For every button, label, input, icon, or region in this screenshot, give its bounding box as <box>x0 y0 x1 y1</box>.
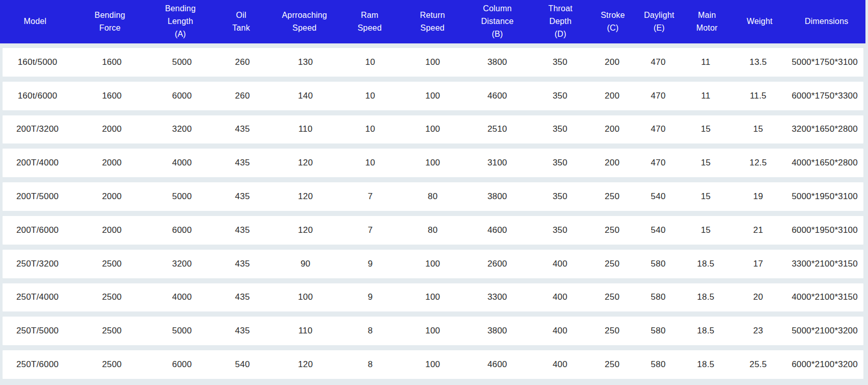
column-header: Ram Speed <box>338 9 402 35</box>
table-cell: 540 <box>213 359 272 370</box>
table-cell: 4600 <box>464 225 531 235</box>
table-cell: 100 <box>402 91 464 101</box>
table-cell: 435 <box>213 326 272 336</box>
table-cell: 4600 <box>464 91 531 101</box>
table-cell: 21 <box>730 225 786 235</box>
table-cell: 435 <box>213 191 272 202</box>
model-cell: 250T/5000 <box>3 326 72 336</box>
table-cell: 400 <box>531 292 589 302</box>
table-cell: 90 <box>272 259 339 269</box>
table-cell: 2000 <box>72 225 152 235</box>
model-cell: 160t/6000 <box>3 91 72 101</box>
table-cell: 580 <box>635 326 681 336</box>
table-cell: 350 <box>531 91 589 101</box>
table-row: 160t/60001600600026014010100460035020047… <box>3 82 863 110</box>
table-cell: 100 <box>272 292 339 302</box>
table-cell: 9 <box>339 292 402 302</box>
table-cell: 250 <box>589 191 635 202</box>
table-cell: 7 <box>339 191 402 202</box>
table-cell: 110 <box>272 326 339 336</box>
table-cell: 130 <box>272 57 339 67</box>
table-cell: 140 <box>272 91 339 101</box>
table-cell: 7 <box>339 225 402 235</box>
table-row: 200T/50002000500043512078038003502505401… <box>3 182 863 211</box>
table-cell: 8 <box>339 359 402 370</box>
table-cell: 18.5 <box>681 326 730 336</box>
table-cell: 6000*2100*3200 <box>786 359 863 370</box>
table-cell: 250 <box>589 292 635 302</box>
table-cell: 470 <box>635 57 681 67</box>
table-cell: 18.5 <box>681 259 730 269</box>
table-cell: 580 <box>635 259 681 269</box>
table-cell: 17 <box>730 259 786 269</box>
table-row: 250T/32002500320043590910026004002505801… <box>3 250 863 278</box>
table-cell: 6000 <box>152 91 213 101</box>
column-header: Bending Length (A) <box>150 3 211 40</box>
table-cell: 11 <box>681 91 730 101</box>
table-cell: 5000 <box>152 57 213 67</box>
table-cell: 350 <box>531 158 589 168</box>
table-row: 250T/40002500400043510091003300400250580… <box>3 283 863 312</box>
table-cell: 11.5 <box>730 91 786 101</box>
table-row: 250T/50002500500043511081003800400250580… <box>3 317 863 345</box>
table-cell: 4000 <box>152 292 213 302</box>
table-cell: 4000 <box>152 158 213 168</box>
table-cell: 5000*1750*3100 <box>786 57 863 67</box>
table-cell: 250 <box>589 225 635 235</box>
table-cell: 10 <box>339 57 402 67</box>
table-cell: 260 <box>213 91 272 101</box>
table-cell: 435 <box>213 292 272 302</box>
table-cell: 23 <box>730 326 786 336</box>
table-cell: 3200 <box>152 259 213 269</box>
table-cell: 15 <box>681 225 730 235</box>
table-cell: 200 <box>589 57 635 67</box>
column-header: Main Motor <box>682 9 732 35</box>
table-cell: 3300 <box>464 292 531 302</box>
column-header: Aprroaching Speed <box>271 9 338 35</box>
table-cell: 3300*2100*3150 <box>786 259 863 269</box>
table-cell: 470 <box>635 124 681 134</box>
column-header: Throat Depth (D) <box>531 3 590 40</box>
table-cell: 400 <box>531 259 589 269</box>
table-cell: 120 <box>272 225 339 235</box>
table-cell: 3200*1650*2800 <box>786 124 863 134</box>
table-cell: 11 <box>681 57 730 67</box>
table-cell: 15 <box>681 191 730 202</box>
table-cell: 5000*2100*3200 <box>786 326 863 336</box>
table-body: 160t/50001600500026013010100380035020047… <box>0 43 868 385</box>
table-cell: 350 <box>531 225 589 235</box>
table-cell: 100 <box>402 292 464 302</box>
table-cell: 100 <box>402 326 464 336</box>
table-cell: 2500 <box>72 359 152 370</box>
table-cell: 120 <box>272 158 339 168</box>
table-cell: 100 <box>402 124 464 134</box>
table-cell: 2000 <box>72 158 152 168</box>
table-cell: 5000*1950*3100 <box>786 191 863 202</box>
table-cell: 470 <box>635 158 681 168</box>
spec-table: ModelBending ForceBending Length (A)Oil … <box>0 0 868 385</box>
table-cell: 200 <box>589 91 635 101</box>
table-header-row: ModelBending ForceBending Length (A)Oil … <box>0 0 865 43</box>
table-cell: 12.5 <box>730 158 786 168</box>
table-cell: 110 <box>272 124 339 134</box>
column-header: Model <box>0 15 70 28</box>
table-cell: 200 <box>589 124 635 134</box>
table-cell: 19 <box>730 191 786 202</box>
table-cell: 350 <box>531 191 589 202</box>
table-cell: 470 <box>635 91 681 101</box>
table-cell: 540 <box>635 191 681 202</box>
table-cell: 120 <box>272 191 339 202</box>
table-cell: 10 <box>339 124 402 134</box>
table-cell: 20 <box>730 292 786 302</box>
table-cell: 350 <box>531 124 589 134</box>
model-cell: 200T/4000 <box>3 158 72 168</box>
table-row: 200T/60002000600043512078046003502505401… <box>3 216 863 245</box>
column-header: Oil Tank <box>211 9 271 35</box>
table-cell: 8 <box>339 326 402 336</box>
table-cell: 10 <box>339 91 402 101</box>
table-cell: 100 <box>402 57 464 67</box>
table-cell: 3200 <box>152 124 213 134</box>
table-cell: 250 <box>589 359 635 370</box>
table-cell: 260 <box>213 57 272 67</box>
model-cell: 250T/3200 <box>3 259 72 269</box>
